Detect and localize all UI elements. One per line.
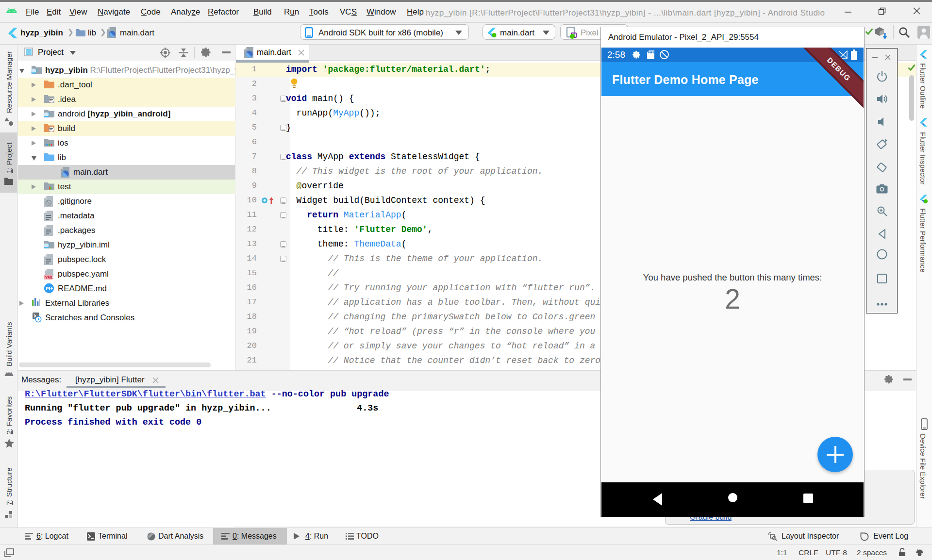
svg-text:YML: YML bbox=[45, 275, 53, 280]
